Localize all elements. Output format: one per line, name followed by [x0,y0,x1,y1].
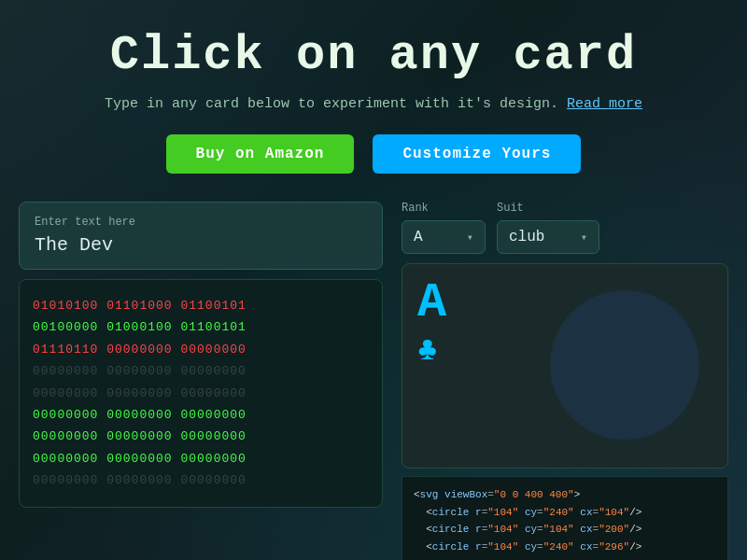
rank-label: Rank [402,202,486,215]
main-area: Enter text here 01010100 01101000 011001… [19,202,728,560]
text-input-card: Enter text here [19,202,383,270]
code-line: <svg viewBox="0 0 400 400"> [414,486,716,504]
suit-label: Suit [497,202,599,215]
subtitle-text: Type in any card below to experiment wit… [105,96,558,112]
customize-button[interactable]: Customize Yours [373,134,581,174]
svg-code-display: <svg viewBox="0 0 400 400"> <circle r="1… [402,476,728,560]
rank-select-group: Rank A ▾ [402,202,486,254]
card-text-input[interactable] [35,234,367,256]
binary-row: 00000000 00000000 00000000 [33,448,369,469]
binary-row: 01110110 00000000 00000000 [33,339,369,360]
binary-row: 00000000 00000000 00000000 [33,360,369,382]
binary-text: 00000000 00000000 00000000 [33,364,247,378]
right-panel: Rank A ▾ Suit club ▾ A ♣ [402,202,728,560]
card-bg-decoration [550,290,699,440]
card-rank-display: A [417,279,446,328]
binary-row: 00000000 00000000 00000000 [33,383,369,404]
suit-value: club [509,229,573,245]
binary-text: 00000000 00000000 00000000 [33,429,247,443]
suit-select-group: Suit club ▾ [497,202,599,254]
rank-value: A [414,229,459,245]
selects-row: Rank A ▾ Suit club ▾ [402,202,728,254]
card-preview: A ♣ [402,263,728,469]
code-line: <circle r="104" cy="240" cx="104"/> [414,504,716,522]
text-input-label: Enter text here [35,216,367,229]
code-line: <circle r="104" cy="240" cx="296"/> [414,539,716,556]
binary-display: 01010100 01101000 01100101 00100000 0100… [19,279,383,508]
binary-text: 01110110 00000000 00000000 [33,343,247,357]
read-more-link[interactable]: Read more [567,96,642,112]
action-buttons: Buy on Amazon Customize Yours [166,134,582,174]
binary-text: 00000000 00000000 00000000 [33,473,247,487]
code-line: <polygon points="200,320 240,400 [414,556,716,560]
left-panel: Enter text here 01010100 01101000 011001… [19,202,383,560]
binary-row: 01010100 01101000 01100101 [33,295,369,316]
binary-text: 00000000 00000000 00000000 [33,408,247,422]
binary-text: 00000000 00000000 00000000 [33,452,247,466]
buy-amazon-button[interactable]: Buy on Amazon [166,134,355,174]
binary-row: 00000000 00000000 00000000 [33,426,369,447]
binary-row: 00100000 01000100 01100101 [33,316,369,338]
card-suit-display: ♣ [417,331,438,370]
rank-chevron-down-icon: ▾ [467,231,473,245]
suit-select[interactable]: club ▾ [497,220,599,254]
code-line: <circle r="104" cy="104" cx="200"/> [414,521,716,539]
subtitle: Type in any card below to experiment wit… [105,96,642,112]
binary-text: 01010100 01101000 01100101 [33,299,247,313]
binary-row: 00000000 00000000 00000000 [33,404,369,426]
page-title: Click on any card [110,28,638,83]
rank-select[interactable]: A ▾ [402,220,486,254]
binary-text: 00100000 01000100 01100101 [33,320,247,334]
binary-text: 00000000 00000000 00000000 [33,386,247,400]
page-container: Click on any card Type in any card below… [0,0,747,560]
binary-row: 00000000 00000000 00000000 [33,469,369,491]
suit-chevron-down-icon: ▾ [581,231,587,245]
